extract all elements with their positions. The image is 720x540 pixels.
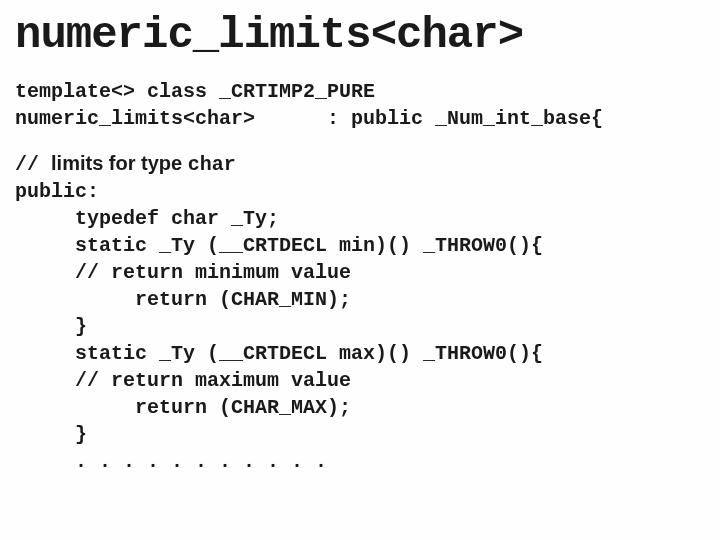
code-line-2: numeric_limits<char> : public _Num_int_b… bbox=[15, 105, 705, 132]
comment-slashes: // bbox=[15, 153, 51, 176]
code-line-typedef: typedef char _Ty; bbox=[15, 205, 705, 232]
code-line-min-decl: static _Ty (__CRTDECL min)() _THROW0(){ bbox=[15, 232, 705, 259]
code-line-max-return: return (CHAR_MAX); bbox=[15, 394, 705, 421]
code-line-max-comment: // return maximum value bbox=[15, 367, 705, 394]
code-line-public: public: bbox=[15, 178, 705, 205]
slide-title: numeric_limits<char> bbox=[15, 10, 705, 60]
comment-type: char bbox=[188, 153, 236, 176]
code-line-1: template<> class _CRTIMP2_PURE bbox=[15, 78, 705, 105]
comment-text: limits for type bbox=[51, 152, 188, 174]
code-line-min-close: } bbox=[15, 313, 705, 340]
code-line-max-close: } bbox=[15, 421, 705, 448]
code-line-min-comment: // return minimum value bbox=[15, 259, 705, 286]
code-line-min-return: return (CHAR_MIN); bbox=[15, 286, 705, 313]
code-line-ellipsis: . . . . . . . . . . . bbox=[15, 448, 705, 475]
code-comment-line: // limits for type char bbox=[15, 150, 705, 178]
code-line-max-decl: static _Ty (__CRTDECL max)() _THROW0(){ bbox=[15, 340, 705, 367]
